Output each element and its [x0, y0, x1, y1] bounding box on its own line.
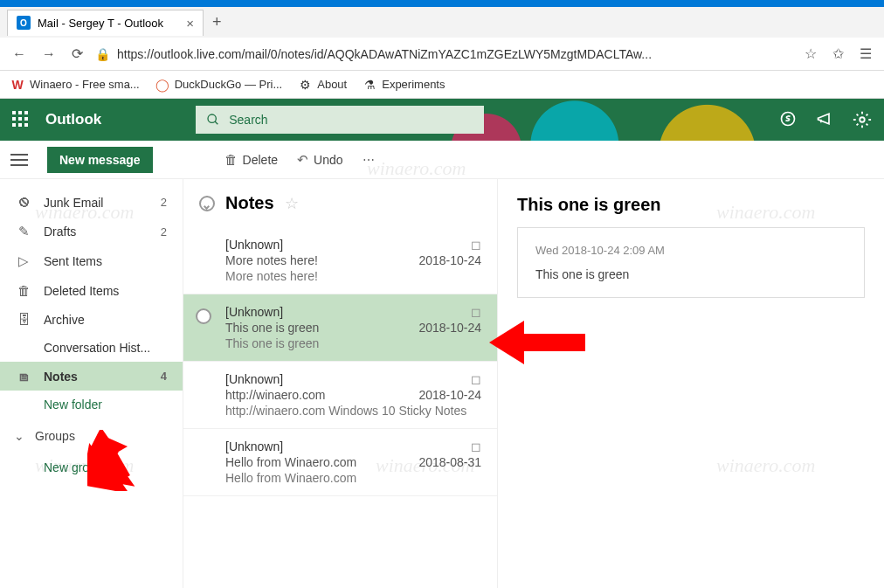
bookmark-experiments[interactable]: ⚗ Experiments	[363, 78, 445, 92]
bookmark-winaero[interactable]: W Winaero - Free sma...	[10, 78, 140, 92]
note-flag-icon[interactable]: ◻	[471, 305, 481, 319]
new-folder-label: New folder	[44, 398, 102, 412]
note-date: 2018-10-24	[418, 388, 481, 402]
sidebar-label: Notes	[44, 370, 78, 384]
sidebar-item-sent[interactable]: ▷ Sent Items	[0, 246, 183, 276]
note-list-item[interactable]: [Unknown]◻ Hello from Winaero.com2018-08…	[183, 429, 497, 496]
note-sender: [Unknown]	[225, 305, 283, 319]
notes-list-column: Notes ☆ [Unknown]◻ More notes here!2018-…	[183, 179, 498, 588]
annotation-arrow	[489, 321, 585, 382]
settings-gear-icon[interactable]	[853, 110, 872, 129]
note-flag-icon[interactable]: ◻	[471, 439, 481, 453]
select-all-checkbox[interactable]	[199, 196, 215, 211]
svg-point-3	[860, 117, 865, 122]
trash-icon: 🗑	[16, 283, 31, 298]
note-subject: This one is green	[225, 321, 319, 335]
sidebar-count: 4	[161, 370, 167, 383]
sidebar-label: Drafts	[44, 225, 76, 239]
note-timestamp: Wed 2018-10-24 2:09 AM	[535, 244, 846, 257]
sidebar-label: Sent Items	[44, 254, 102, 268]
favorite-star-icon[interactable]: ☆	[285, 194, 299, 213]
sidebar-count: 2	[161, 196, 167, 209]
chevron-down-icon: ⌄	[14, 429, 24, 443]
note-list-item[interactable]: [Unknown]◻ More notes here!2018-10-24 Mo…	[183, 227, 497, 294]
list-header: Notes ☆	[183, 179, 497, 227]
new-message-button[interactable]: New message	[47, 147, 153, 173]
note-card: Wed 2018-10-24 2:09 AM This one is green	[517, 227, 865, 298]
winaero-icon: W	[10, 78, 24, 92]
search-icon	[206, 113, 220, 127]
note-date: 2018-10-24	[418, 321, 481, 335]
note-list-item[interactable]: [Unknown]◻ This one is green2018-10-24 T…	[183, 294, 497, 362]
tab-title: Mail - Sergey T - Outlook	[38, 17, 163, 30]
new-folder-link[interactable]: New folder	[0, 391, 183, 419]
bookmark-duckduckgo[interactable]: ◯ DuckDuckGo — Pri...	[155, 78, 283, 92]
undo-button[interactable]: ↶ Undo	[297, 152, 342, 168]
note-flag-icon[interactable]: ◻	[471, 372, 481, 386]
note-preview: More notes here!	[225, 269, 481, 283]
command-bar: New message 🗑 Delete ↶ Undo ⋯	[0, 141, 884, 179]
nav-toggle-icon[interactable]	[10, 154, 28, 166]
new-tab-button[interactable]: +	[212, 13, 222, 31]
svg-line-1	[215, 121, 218, 124]
note-sender: [Unknown]	[225, 372, 283, 386]
gear-icon: ⚙	[298, 78, 312, 92]
note-body: This one is green	[535, 267, 846, 281]
skype-icon[interactable]	[779, 110, 797, 128]
url-field[interactable]: 🔒 https://outlook.live.com/mail/0/notes/…	[95, 47, 792, 61]
note-icon: 🗈	[16, 369, 31, 384]
refresh-button[interactable]: ⟳	[68, 45, 86, 62]
bookmarks-bar: W Winaero - Free sma... ◯ DuckDuckGo — P…	[0, 71, 884, 99]
reading-list-icon[interactable]: ☰	[856, 45, 875, 62]
main-area: 🛇 Junk Email 2 ✎ Drafts 2 ▷ Sent Items 🗑…	[0, 179, 884, 588]
note-date: 2018-10-24	[418, 253, 481, 267]
note-sender: [Unknown]	[225, 238, 283, 252]
address-bar: ← → ⟳ 🔒 https://outlook.live.com/mail/0/…	[0, 38, 884, 71]
browser-tab-strip: O Mail - Sergey T - Outlook × +	[0, 7, 884, 38]
sidebar-item-drafts[interactable]: ✎ Drafts 2	[0, 217, 183, 246]
sidebar-item-junk[interactable]: 🛇 Junk Email 2	[0, 188, 183, 217]
sidebar-count: 2	[161, 225, 167, 239]
trash-icon: 🗑	[224, 152, 238, 167]
bookmark-label: DuckDuckGo — Pri...	[175, 78, 283, 91]
note-subject: More notes here!	[225, 253, 318, 267]
delete-button[interactable]: 🗑 Delete	[224, 152, 278, 167]
archive-icon: 🗄	[16, 312, 31, 327]
close-tab-icon[interactable]: ×	[186, 16, 194, 31]
sidebar-item-archive[interactable]: 🗄 Archive	[0, 305, 183, 334]
bookmark-label: Winaero - Free sma...	[30, 78, 140, 91]
folder-sidebar: 🛇 Junk Email 2 ✎ Drafts 2 ▷ Sent Items 🗑…	[0, 179, 183, 588]
sidebar-label: Conversation Hist...	[44, 341, 150, 355]
note-subject: Hello from Winaero.com	[225, 455, 356, 469]
announcements-icon[interactable]	[816, 110, 833, 128]
duckduckgo-icon: ◯	[155, 78, 169, 92]
note-subject: http://winaero.com	[225, 388, 325, 402]
undo-icon: ↶	[297, 152, 308, 168]
svg-marker-6	[489, 321, 585, 364]
outlook-header: Outlook Search	[0, 99, 884, 141]
add-favorites-icon[interactable]: ✩	[829, 45, 847, 62]
note-list-item[interactable]: [Unknown]◻ http://winaero.com2018-10-24 …	[183, 362, 497, 429]
forward-button[interactable]: →	[38, 46, 59, 62]
pencil-icon: ✎	[16, 224, 31, 239]
select-checkbox[interactable]	[196, 308, 211, 324]
browser-tab[interactable]: O Mail - Sergey T - Outlook ×	[7, 10, 204, 36]
app-launcher-icon[interactable]	[12, 111, 30, 128]
note-preview: http://winaero.com Windows 10 Sticky Not…	[225, 404, 481, 418]
outlook-brand[interactable]: Outlook	[45, 111, 101, 128]
favorite-star-icon[interactable]: ☆	[801, 45, 820, 62]
bookmark-about[interactable]: ⚙ About	[298, 78, 347, 92]
search-input[interactable]: Search	[196, 106, 484, 134]
note-flag-icon[interactable]: ◻	[471, 238, 481, 252]
sidebar-item-deleted[interactable]: 🗑 Deleted Items	[0, 276, 183, 305]
sidebar-item-conversation-history[interactable]: Conversation Hist...	[0, 334, 183, 362]
note-date: 2018-08-31	[418, 455, 481, 469]
more-actions-button[interactable]: ⋯	[363, 153, 376, 167]
sidebar-label: Deleted Items	[44, 284, 119, 298]
sidebar-item-notes[interactable]: 🗈 Notes 4	[0, 362, 183, 391]
back-button[interactable]: ←	[9, 46, 30, 62]
note-sender: [Unknown]	[225, 439, 283, 453]
groups-label: Groups	[35, 429, 75, 443]
url-text: https://outlook.live.com/mail/0/notes/id…	[117, 47, 652, 61]
bookmark-label: Experiments	[382, 78, 445, 91]
